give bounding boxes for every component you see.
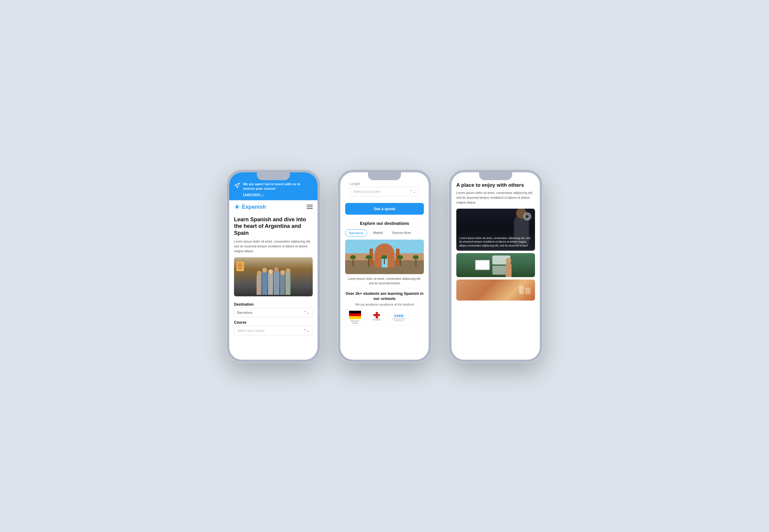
chevron-down-icon-3: ⌃⌄ bbox=[410, 189, 416, 194]
hero-description: Lorem ipsum dolor sit amet, consectetur … bbox=[234, 239, 313, 253]
place-title: A place to enjoy with others bbox=[456, 182, 535, 188]
banner-content: We are open! Get in touch with us to res… bbox=[243, 182, 313, 197]
logo: Expanish bbox=[234, 204, 266, 210]
partner-logo-1: DeutschesInstitut bbox=[345, 309, 365, 326]
phone-1: We are open! Get in touch with us to res… bbox=[227, 170, 320, 362]
phone-3: A place to enjoy with others Lorem ipsum… bbox=[449, 170, 542, 362]
tab-buenos-aires[interactable]: Buenos Aires bbox=[389, 229, 415, 237]
place-description: Lorem ipsum dolor sit amet, consectetur … bbox=[456, 191, 535, 205]
video-overlay: Lorem ipsum dolor sit amet, consectetur … bbox=[456, 209, 535, 251]
destinations-title: Explore our destinations bbox=[345, 221, 424, 226]
hero-sign: HOLBUEAIR bbox=[236, 262, 244, 271]
destinations-section: Explore our destinations Barcelona Madri… bbox=[340, 219, 429, 288]
booking-form: Destination Barcelona ⌃⌄ Course Select y… bbox=[229, 302, 317, 341]
phone-2: Length Select your course ⌃⌄ Get a quote… bbox=[338, 170, 431, 362]
course-placeholder: Select your course bbox=[237, 329, 265, 332]
phones-container: We are open! Get in touch with us to res… bbox=[227, 170, 542, 362]
tab-barcelona[interactable]: Barcelona bbox=[345, 229, 367, 237]
course-label: Course bbox=[234, 320, 313, 325]
video-caption: Lorem ipsum dolor sit amet, consectetur … bbox=[459, 236, 532, 248]
hero-image: HOLBUEAIR bbox=[234, 257, 313, 296]
video-card[interactable]: Lorem ipsum dolor sit amet, consectetur … bbox=[456, 209, 535, 251]
phone-1-notch bbox=[257, 172, 290, 180]
logo-icon bbox=[234, 204, 240, 210]
phone-1-screen: We are open! Get in touch with us to res… bbox=[229, 172, 317, 360]
stats-title: Over 2k+ students are learning Spanish i… bbox=[345, 291, 424, 301]
destination-value: Barcelona bbox=[237, 311, 252, 314]
stats-subtitle: We put academic excellence at the forefr… bbox=[345, 303, 424, 306]
dest-caption: Lorem ipsum dolor sit amet, consectetur … bbox=[345, 277, 424, 286]
caption-right: con bbox=[424, 255, 424, 258]
phone-2-notch bbox=[368, 172, 401, 180]
course-placeholder-2: Select your course bbox=[353, 190, 380, 193]
phone-2-screen: Length Select your course ⌃⌄ Get a quote… bbox=[340, 172, 429, 360]
chevron-down-icon-2: ⌃⌄ bbox=[303, 328, 309, 333]
course-select-2[interactable]: Select your course ⌃⌄ bbox=[350, 187, 419, 196]
tab-madrid[interactable]: Madrid bbox=[369, 229, 386, 237]
chevron-down-icon: ⌃⌄ bbox=[303, 310, 309, 315]
partner-logo-2: CentroAcreditado bbox=[367, 309, 387, 326]
nav-bar: Expanish bbox=[229, 200, 317, 213]
destination-label: Destination bbox=[234, 302, 313, 307]
classroom-image bbox=[456, 253, 535, 277]
banner-title: We are open! Get in touch with us to res… bbox=[243, 182, 313, 191]
destination-tabs: Barcelona Madrid Buenos Aires bbox=[345, 229, 424, 237]
learn-more-link[interactable]: Learn more → bbox=[243, 192, 264, 196]
barcelona-image: do con bbox=[345, 240, 424, 274]
partner-logo-3: ssea ASOCIACION DE ESCUELAS bbox=[389, 309, 409, 326]
length-label: Length bbox=[350, 182, 419, 186]
hero-section: Learn Spanish and dive into the heart of… bbox=[229, 213, 317, 302]
partner-logos: DeutschesInstitut CentroAcreditado bbox=[345, 309, 424, 326]
destination-select[interactable]: Barcelona ⌃⌄ bbox=[234, 308, 313, 317]
hero-title: Learn Spanish and dive into the heart of… bbox=[234, 216, 313, 237]
svg-point-0 bbox=[236, 206, 238, 208]
hamburger-menu[interactable] bbox=[307, 205, 313, 209]
stats-section: Over 2k+ students are learning Spanish i… bbox=[340, 288, 429, 326]
course-select[interactable]: Select your course ⌃⌄ bbox=[234, 326, 313, 335]
phone3-main: A place to enjoy with others Lorem ipsum… bbox=[452, 172, 540, 301]
phone-3-notch bbox=[479, 172, 512, 180]
lounge-image bbox=[456, 280, 535, 301]
get-quote-button[interactable]: Get a quote bbox=[345, 203, 424, 215]
megaphone-icon bbox=[234, 183, 240, 189]
phone-3-screen: A place to enjoy with others Lorem ipsum… bbox=[452, 172, 540, 360]
